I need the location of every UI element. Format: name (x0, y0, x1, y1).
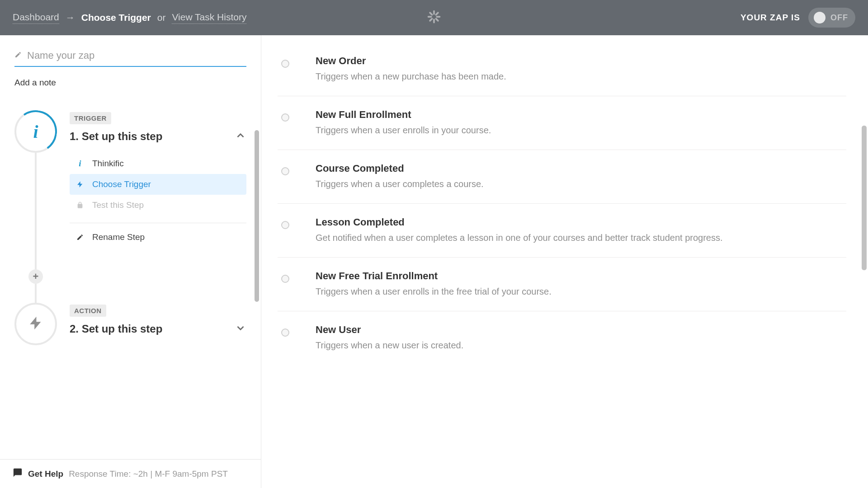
trigger-description: Get notified when a user completes a les… (316, 231, 846, 244)
pencil-icon (14, 51, 22, 60)
action-tag: ACTION (70, 305, 106, 317)
pencil-icon (76, 234, 84, 241)
trigger-title: New User (316, 324, 846, 336)
lock-icon (76, 201, 84, 209)
trigger-description: Triggers when a user enrolls in the free… (316, 285, 846, 298)
dashboard-link[interactable]: Dashboard (13, 12, 59, 24)
trigger-title: New Full Enrollment (316, 109, 846, 121)
rename-step-label: Rename Step (92, 232, 145, 242)
bolt-icon (76, 180, 84, 188)
rename-step[interactable]: Rename Step (70, 223, 246, 248)
step-2: ACTION 2. Set up this step (14, 303, 246, 345)
logo (427, 10, 441, 25)
zap-toggle[interactable]: OFF (808, 8, 855, 28)
trigger-description: Triggers when a user completes a course. (316, 177, 846, 191)
substep-app-label: Thinkific (92, 159, 124, 169)
trigger-radio[interactable] (281, 60, 289, 68)
topbar: Dashboard → Choose Trigger or View Task … (0, 0, 868, 35)
trigger-radio[interactable] (281, 113, 289, 122)
substep-test: Test this Step (70, 195, 246, 216)
task-history-link[interactable]: View Task History (172, 12, 246, 24)
breadcrumb-arrow: → (66, 12, 75, 23)
step-1-header[interactable]: 1. Set up this step (70, 130, 246, 143)
breadcrumb-current: Choose Trigger (81, 12, 151, 23)
breadcrumb-or: or (157, 12, 166, 23)
help-label: Get Help (28, 469, 63, 479)
chevron-down-icon (235, 322, 246, 336)
trigger-radio[interactable] (281, 275, 289, 283)
trigger-option[interactable]: New Full EnrollmentTriggers when a user … (278, 96, 846, 150)
trigger-title: Lesson Completed (316, 216, 846, 228)
chat-icon (13, 468, 23, 480)
substep-choose-label: Choose Trigger (92, 179, 151, 189)
step-1-circle[interactable]: i (14, 110, 57, 153)
zapier-icon (427, 10, 441, 25)
chevron-up-icon (235, 130, 246, 143)
trigger-radio[interactable] (281, 328, 289, 337)
trigger-title: New Order (316, 55, 846, 67)
sidebar: Add a note i + TRIGGER 1. Set up this st… (0, 35, 261, 488)
substep-app[interactable]: i Thinkific (70, 153, 246, 174)
step-1: i + TRIGGER 1. Set up this step (14, 110, 246, 248)
trigger-list: New OrderTriggers when a new purchase ha… (261, 35, 868, 383)
trigger-option[interactable]: Lesson CompletedGet notified when a user… (278, 204, 846, 258)
help-bar[interactable]: Get Help Response Time: ~2h | M-F 9am-5p… (0, 459, 261, 488)
step-2-header[interactable]: 2. Set up this step (70, 322, 246, 336)
trigger-description: Triggers when a user enrolls in your cou… (316, 123, 846, 137)
trigger-option[interactable]: New OrderTriggers when a new purchase ha… (278, 42, 846, 96)
help-meta: Response Time: ~2h | M-F 9am-5pm PST (69, 469, 228, 479)
step-1-title: 1. Set up this step (70, 130, 162, 143)
toggle-text: OFF (826, 13, 850, 23)
toggle-knob (814, 12, 826, 23)
substep-test-label: Test this Step (92, 200, 144, 210)
trigger-title: Course Completed (316, 163, 846, 174)
bolt-icon (28, 314, 43, 334)
main-scrollbar[interactable] (862, 126, 867, 270)
trigger-title: New Free Trial Enrollment (316, 270, 846, 282)
info-icon: i (76, 159, 84, 169)
trigger-option[interactable]: Course CompletedTriggers when a user com… (278, 150, 846, 204)
trigger-option[interactable]: New UserTriggers when a new user is crea… (278, 311, 846, 365)
main-panel: New OrderTriggers when a new purchase ha… (261, 35, 868, 488)
sidebar-scrollbar[interactable] (255, 130, 259, 302)
add-note-link[interactable]: Add a note (14, 78, 56, 88)
substep-choose-trigger[interactable]: Choose Trigger (70, 174, 246, 195)
info-icon: i (33, 121, 38, 142)
status-label: YOUR ZAP IS (741, 13, 800, 23)
trigger-description: Triggers when a new purchase has been ma… (316, 70, 846, 83)
step-2-title: 2. Set up this step (70, 323, 162, 335)
trigger-radio[interactable] (281, 167, 289, 175)
zap-name-input[interactable] (27, 50, 246, 61)
add-step-button[interactable]: + (28, 269, 43, 284)
step-connector (35, 151, 37, 314)
zap-name-field-wrap[interactable] (14, 50, 246, 67)
trigger-option[interactable]: New Free Trial EnrollmentTriggers when a… (278, 258, 846, 311)
zap-status: YOUR ZAP IS OFF (741, 8, 855, 28)
trigger-radio[interactable] (281, 221, 289, 229)
step-2-circle[interactable] (14, 303, 57, 345)
trigger-tag: TRIGGER (70, 112, 111, 124)
breadcrumb: Dashboard → Choose Trigger or View Task … (13, 12, 246, 24)
trigger-description: Triggers when a new user is created. (316, 338, 846, 352)
